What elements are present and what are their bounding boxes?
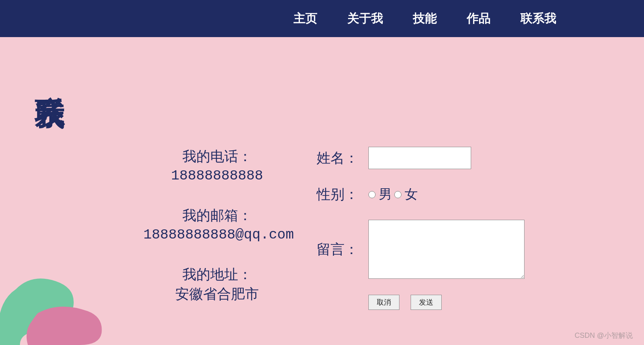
name-input[interactable] bbox=[368, 147, 471, 169]
decoration-shapes bbox=[0, 241, 112, 345]
gender-label: 性别： bbox=[317, 185, 368, 204]
name-row: 姓名： bbox=[317, 147, 525, 169]
phone-value: 18888888888 bbox=[143, 166, 291, 186]
gender-row: 性别： 男 女 bbox=[317, 185, 525, 204]
phone-label: 我的电话： bbox=[143, 147, 291, 166]
nav-home[interactable]: 主页 bbox=[294, 10, 317, 27]
contact-form: 姓名： 性别： 男 女 留言： 取消 发送 bbox=[317, 147, 525, 310]
main-navbar: 主页 关于我 技能 作品 联系我 bbox=[0, 0, 644, 37]
nav-about[interactable]: 关于我 bbox=[347, 10, 383, 27]
nav-skills[interactable]: 技能 bbox=[413, 10, 437, 27]
contact-info-panel: 我的电话： 18888888888 我的邮箱： 18888888888@qq.c… bbox=[143, 147, 291, 324]
gender-radio-group: 男 女 bbox=[368, 185, 418, 203]
nav-contact[interactable]: 联系我 bbox=[521, 10, 556, 27]
address-block: 我的地址： 安徽省合肥市 bbox=[143, 265, 291, 304]
nav-works[interactable]: 作品 bbox=[467, 10, 491, 27]
name-label: 姓名： bbox=[317, 149, 368, 168]
watermark-text: CSDN @小智解说 bbox=[575, 331, 633, 340]
send-button[interactable]: 发送 bbox=[411, 295, 442, 310]
gender-female-radio[interactable] bbox=[394, 191, 401, 198]
cancel-button[interactable]: 取消 bbox=[368, 295, 399, 310]
button-row: 取消 发送 bbox=[368, 295, 525, 310]
gender-male-label: 男 bbox=[379, 185, 392, 203]
message-row: 留言： bbox=[317, 220, 525, 279]
gender-female-label: 女 bbox=[405, 185, 418, 203]
email-value: 18888888888@qq.com bbox=[143, 225, 291, 245]
gender-male-radio[interactable] bbox=[368, 191, 376, 198]
address-label: 我的地址： bbox=[143, 265, 291, 284]
email-label: 我的邮箱： bbox=[143, 206, 291, 225]
content-area: 联系我 我的电话： 18888888888 我的邮箱： 18888888888@… bbox=[0, 37, 644, 345]
address-value: 安徽省合肥市 bbox=[175, 286, 259, 302]
section-title: 联系我 bbox=[30, 73, 70, 75]
phone-block: 我的电话： 18888888888 bbox=[143, 147, 291, 186]
email-block: 我的邮箱： 18888888888@qq.com bbox=[143, 206, 291, 245]
message-label: 留言： bbox=[317, 240, 368, 259]
message-textarea[interactable] bbox=[368, 220, 525, 279]
